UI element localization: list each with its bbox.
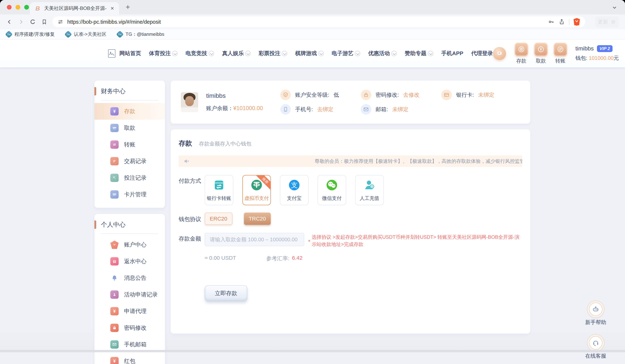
nav-item-esports[interactable]: 电竞竞技 xyxy=(186,50,214,57)
document-lines-icon xyxy=(110,157,119,165)
sidebar-item-apply-agent[interactable]: ¥ 申请代理 xyxy=(94,303,165,320)
bookmark-item[interactable]: Tm 认准->天美社区 xyxy=(65,31,106,37)
mail-icon xyxy=(361,104,371,114)
method-wechat-pay[interactable]: 微信支付 xyxy=(317,175,346,205)
zoom-window-button[interactable] xyxy=(24,5,29,10)
shield-check-icon xyxy=(280,90,291,100)
chevron-down-icon xyxy=(245,51,251,56)
nav-item-sponsor[interactable]: 赞助专题 xyxy=(405,50,433,57)
robot-help-icon[interactable] xyxy=(589,303,602,316)
reload-icon[interactable] xyxy=(29,18,36,25)
nav-item-mobile-app[interactable]: 手机APP xyxy=(441,50,463,57)
sidebar-item-rebate-center[interactable]: 返水中心 xyxy=(94,253,165,270)
bind-email-link[interactable]: 未绑定 xyxy=(392,106,408,113)
sidebar-item-announcements[interactable]: 消息公告 xyxy=(94,270,165,286)
sidebar-item-transfer[interactable]: 转账 xyxy=(94,136,165,153)
deposit-amount-input[interactable] xyxy=(205,233,304,246)
quick-transfer-button[interactable]: 转账 xyxy=(554,43,567,64)
close-tab-icon[interactable] xyxy=(110,6,115,11)
quick-withdraw-button[interactable]: 取款 xyxy=(534,43,548,64)
chevron-down-icon xyxy=(172,51,178,56)
notice-text: 尊敬的会员：极力推荐使用【极速转卡】、【极速取款】，高效的存取款体验，减少银行风… xyxy=(190,158,522,165)
bookmark-item[interactable]: Tm 程序搭建/开发/修复 xyxy=(6,31,55,37)
nav-item-live-casino[interactable]: 真人娱乐 xyxy=(222,50,251,57)
close-window-button[interactable] xyxy=(7,5,12,10)
bookmark-label: 程序搭建/开发/修复 xyxy=(14,31,55,37)
site-logo-broken-image-icon xyxy=(108,49,115,58)
chevron-down-icon xyxy=(428,51,433,56)
vip-diamond-icon xyxy=(110,241,119,249)
svg-text:¥: ¥ xyxy=(371,185,373,188)
chat-message-button[interactable] xyxy=(493,47,506,60)
sidebar-item-activity-applications[interactable]: 活动申请记录 xyxy=(94,286,165,303)
tab-title: 天美社区源码网-BOB全开源-演 xyxy=(44,5,107,12)
profile-panel: timibbs 账户余额：¥101000.00 账户安全等级: 低 xyxy=(171,81,530,124)
online-support-button[interactable]: 在线客服 xyxy=(585,336,606,360)
tab-strip: 天美社区源码网-BOB全开源-演 xyxy=(0,0,625,14)
nav-item-lottery[interactable]: 彩票投注 xyxy=(259,50,287,57)
submit-deposit-button[interactable]: 立即存款 xyxy=(205,285,248,301)
bankcard-bind-item: 银行卡: 未绑定 xyxy=(441,90,522,100)
nav-item-slots[interactable]: 电子游艺 xyxy=(332,50,360,57)
minimize-window-button[interactable] xyxy=(16,5,20,10)
browser-tab[interactable]: 天美社区源码网-BOB全开源-演 xyxy=(30,2,119,14)
password-key-icon[interactable] xyxy=(548,19,555,25)
sidebar-item-withdraw[interactable]: 取款 xyxy=(94,120,165,136)
rate-value: 6.42 xyxy=(292,255,302,262)
phone-bind-item: 手机号: 去绑定 xyxy=(280,104,361,114)
finance-center-title: 财务中心 xyxy=(101,87,158,101)
headset-icon[interactable] xyxy=(589,336,602,350)
sidebar-item-account-center[interactable]: 账户中心 xyxy=(94,236,165,253)
footer-strip xyxy=(0,350,625,352)
new-tab-icon[interactable] xyxy=(125,4,131,10)
sidebar-item-change-password[interactable]: 密码修改 xyxy=(94,320,165,336)
nav-item-home[interactable]: 网站首页 xyxy=(119,50,141,57)
nav-item-board-games[interactable]: 棋牌游戏 xyxy=(295,50,324,57)
forward-icon[interactable] xyxy=(18,19,24,25)
converted-usdt-value: ≈ 0.00 USDT xyxy=(205,255,266,262)
tab-search-chevron-icon[interactable] xyxy=(612,5,617,10)
share-icon[interactable] xyxy=(559,19,565,25)
bind-bankcard-link[interactable]: 未绑定 xyxy=(478,91,495,99)
nav-item-promotions[interactable]: 优惠活动 xyxy=(368,50,397,57)
protocol-trc20-button[interactable]: TRC20 xyxy=(244,213,271,225)
required-asterisk: * xyxy=(308,239,310,245)
security-level-item: 账户安全等级: 低 xyxy=(280,90,361,100)
newbie-help-button[interactable]: 新手帮助 xyxy=(585,303,606,326)
bind-phone-link[interactable]: 去绑定 xyxy=(317,106,334,113)
email-bind-item: 邮箱: 未绑定 xyxy=(361,104,441,114)
bookmark-item[interactable]: Tm TG：@tianmeibbs xyxy=(117,31,164,37)
deposit-amount-label: 存款金额 xyxy=(179,233,205,243)
notice-marquee: 尊敬的会员：极力推荐使用【极速转卡】、【极速取款】，高效的存取款体验，减少银行风… xyxy=(179,155,522,167)
nav-item-agent-login[interactable]: 代理登录 xyxy=(471,50,493,57)
deposit-instruction-text: 选择协议 >发起存款>交易所购买USDT币种并划转USDT> 转账至天美社区源码… xyxy=(312,233,520,248)
sidebar-item-transaction-history[interactable]: 交易记录 xyxy=(94,153,165,169)
site-settings-tune-icon[interactable] xyxy=(58,19,63,25)
site-header: 网站首页 体育投注 电竞竞技 真人娱乐 彩票投注 棋牌游戏 电子游艺 优惠活动 … xyxy=(0,39,625,68)
vip-badge: VIP 2 xyxy=(597,45,613,52)
browser-update-button[interactable]: 更新 xyxy=(595,16,619,28)
brave-shield-icon[interactable] xyxy=(573,18,580,26)
person-record-icon xyxy=(110,290,119,299)
method-manual-topup[interactable]: ¥ 人工充值 xyxy=(355,175,384,205)
change-password-link[interactable]: 去修改 xyxy=(403,91,419,99)
bank-card-icon xyxy=(110,124,119,132)
nav-item-sports[interactable]: 体育投注 xyxy=(149,50,178,57)
method-alipay[interactable]: 支 支付宝 xyxy=(280,175,309,205)
quick-deposit-button[interactable]: 存款 xyxy=(515,43,528,64)
method-bank-transfer[interactable]: 银行卡转账 xyxy=(205,175,233,205)
page-body: 财务中心 ¥ 存款 取款 xyxy=(0,68,625,352)
sidebar-item-bet-history[interactable]: 投注记录 xyxy=(94,169,165,186)
personal-center-title: 个人中心 xyxy=(101,221,158,234)
url-text[interactable]: https://bob-pc.timibbs.vip/#/mine/deposi… xyxy=(67,19,544,25)
protocol-erc20-button[interactable]: ERC20 xyxy=(205,213,232,225)
profile-avatar xyxy=(181,92,198,112)
sidebar-item-deposit[interactable]: ¥ 存款 xyxy=(94,103,165,120)
back-icon[interactable] xyxy=(6,19,13,25)
url-bar[interactable]: https://bob-pc.timibbs.vip/#/mine/deposi… xyxy=(52,16,585,27)
bookmark-icon[interactable] xyxy=(41,19,47,25)
sidebar-item-card-management[interactable]: 卡片管理 xyxy=(94,186,165,203)
method-crypto[interactable]: 推荐 虚拟币支付 xyxy=(242,175,271,205)
bank-transfer-icon xyxy=(213,179,225,191)
sidebar-item-red-packet[interactable]: ¥ 红包 xyxy=(94,353,165,364)
